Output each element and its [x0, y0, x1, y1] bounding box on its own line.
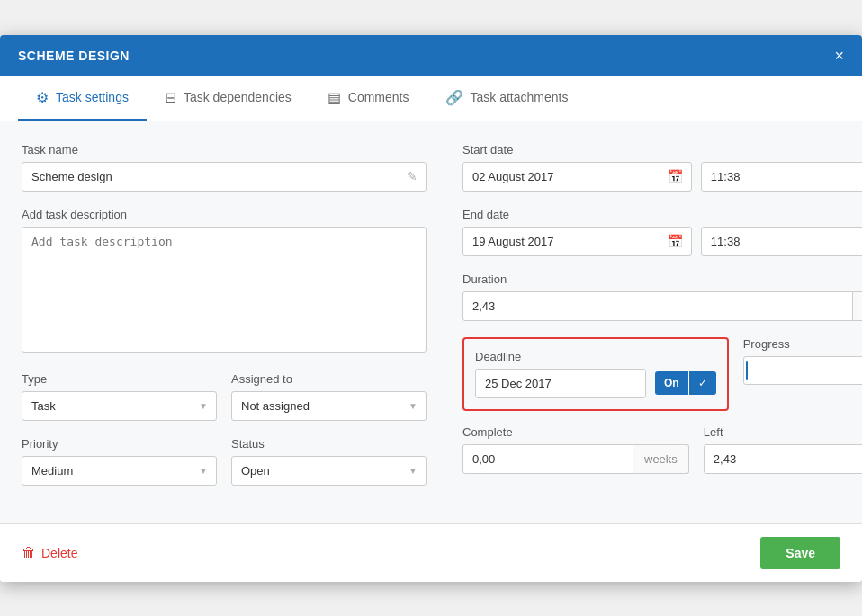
close-button[interactable]: × [834, 48, 844, 64]
assigned-label: Assigned to [231, 372, 427, 386]
status-select-wrapper: Open In Progress Closed ▼ [231, 456, 427, 486]
modal-dialog: SCHEME DESIGN × ⚙ Task settings ⊟ Task d… [0, 35, 862, 582]
end-date-input-wrap: 📅 [462, 227, 692, 256]
end-date-input[interactable] [462, 227, 692, 256]
assigned-select[interactable]: Not assigned [231, 391, 427, 421]
duration-input[interactable] [462, 291, 853, 321]
complete-input-row: weeks [462, 444, 689, 474]
complete-left-row: Complete weeks Left weeks [462, 425, 862, 490]
end-date-group: End date 📅 🕐 [462, 208, 862, 256]
task-description-label: Add task description [22, 208, 427, 221]
deadline-toggle[interactable]: On ✓ [655, 371, 716, 395]
complete-label: Complete [462, 425, 689, 439]
task-name-label: Task name [22, 143, 427, 156]
trash-icon: 🗑 [22, 545, 36, 561]
save-button[interactable]: Save [760, 537, 840, 569]
modal-header: SCHEME DESIGN × [0, 35, 862, 76]
complete-group: Complete weeks [462, 425, 689, 474]
duration-label: Duration [462, 272, 862, 286]
priority-label: Priority [22, 437, 217, 451]
tab-bar: ⚙ Task settings ⊟ Task dependencies ▤ Co… [0, 76, 862, 121]
modal-body: Task name ✎ Add task description Type [0, 121, 862, 523]
type-assigned-row: Type Task Milestone Phase ▼ Assigned to [22, 372, 427, 437]
progress-bar-cursor [746, 361, 748, 380]
priority-select-wrapper: Low Medium High ▼ [22, 456, 217, 486]
start-date-group: Start date 📅 🕐 [462, 143, 862, 192]
form-layout: Task name ✎ Add task description Type [22, 143, 840, 502]
deadline-box: Deadline On ✓ [462, 337, 729, 411]
left-input[interactable] [704, 444, 862, 474]
tab-task-dependencies-label: Task dependencies [184, 90, 292, 104]
toggle-check-icon: ✓ [688, 371, 716, 395]
delete-label: Delete [41, 546, 77, 560]
left-group: Left weeks [704, 425, 862, 474]
duration-row: or 17 days [462, 291, 862, 321]
start-time-input[interactable] [701, 162, 862, 192]
tab-comments[interactable]: ▤ Comments [310, 76, 427, 121]
dependencies-icon: ⊟ [165, 89, 176, 106]
task-name-input[interactable] [22, 162, 427, 192]
start-time-input-wrap: 🕐 [701, 162, 862, 192]
deadline-date-input[interactable] [475, 369, 646, 398]
end-date-label: End date [462, 208, 862, 221]
tab-task-attachments[interactable]: 🔗 Task attachments [427, 76, 587, 121]
tab-task-dependencies[interactable]: ⊟ Task dependencies [147, 76, 310, 121]
delete-button[interactable]: 🗑 Delete [22, 545, 77, 561]
assigned-select-wrapper: Not assigned ▼ [231, 391, 427, 421]
attachment-icon: 🔗 [445, 89, 463, 106]
task-description-input[interactable] [22, 227, 427, 353]
progress-label: Progress [743, 337, 862, 351]
deadline-label: Deadline [475, 350, 716, 363]
status-group: Status Open In Progress Closed ▼ [231, 437, 427, 486]
type-select[interactable]: Task Milestone Phase [22, 391, 217, 421]
calendar-icon: 📅 [668, 169, 683, 183]
priority-status-row: Priority Low Medium High ▼ Status [22, 437, 427, 502]
complete-input[interactable] [462, 444, 633, 474]
complete-suffix: weeks [633, 444, 689, 474]
end-time-input-wrap: 🕐 [701, 227, 862, 256]
progress-section: Progress 0% [743, 337, 862, 385]
duration-suffix: or 17 days [853, 291, 862, 321]
task-description-group: Add task description [22, 208, 427, 356]
start-date-label: Start date [462, 143, 862, 156]
tab-task-attachments-label: Task attachments [471, 90, 569, 104]
type-group: Type Task Milestone Phase ▼ [22, 372, 217, 421]
type-select-wrapper: Task Milestone Phase ▼ [22, 391, 217, 421]
start-date-row: 📅 🕐 [462, 162, 862, 192]
start-date-input[interactable] [462, 162, 692, 192]
left-label: Left [704, 425, 862, 439]
duration-group: Duration or 17 days [462, 272, 862, 321]
comments-icon: ▤ [328, 89, 341, 106]
modal-title: SCHEME DESIGN [18, 49, 130, 63]
task-name-input-wrap: ✎ [22, 162, 427, 192]
status-select[interactable]: Open In Progress Closed [231, 456, 427, 486]
end-time-input[interactable] [701, 227, 862, 256]
progress-bar-container[interactable] [743, 356, 862, 385]
tab-comments-label: Comments [348, 90, 409, 104]
tab-task-settings-label: Task settings [56, 90, 129, 104]
priority-select[interactable]: Low Medium High [22, 456, 217, 486]
toggle-on-label: On [655, 371, 688, 395]
status-label: Status [231, 437, 427, 451]
form-right-column: Start date 📅 🕐 End date [462, 143, 862, 502]
modal-footer: 🗑 Delete Save [0, 523, 862, 582]
form-left-column: Task name ✎ Add task description Type [22, 143, 427, 502]
deadline-progress-row: Deadline On ✓ Progress [462, 337, 862, 425]
start-date-input-wrap: 📅 [462, 162, 692, 192]
priority-group: Priority Low Medium High ▼ [22, 437, 217, 486]
assigned-group: Assigned to Not assigned ▼ [231, 372, 427, 421]
deadline-section: Deadline On ✓ [462, 337, 729, 425]
left-input-row: weeks [704, 444, 862, 474]
gear-icon: ⚙ [36, 89, 49, 106]
type-label: Type [22, 372, 217, 386]
progress-row: 0% [743, 356, 862, 385]
end-date-row: 📅 🕐 [462, 227, 862, 256]
end-calendar-icon: 📅 [668, 234, 683, 248]
task-name-group: Task name ✎ [22, 143, 427, 192]
tab-task-settings[interactable]: ⚙ Task settings [18, 76, 147, 121]
edit-icon: ✎ [407, 169, 418, 183]
deadline-inner-row: On ✓ [475, 369, 716, 398]
